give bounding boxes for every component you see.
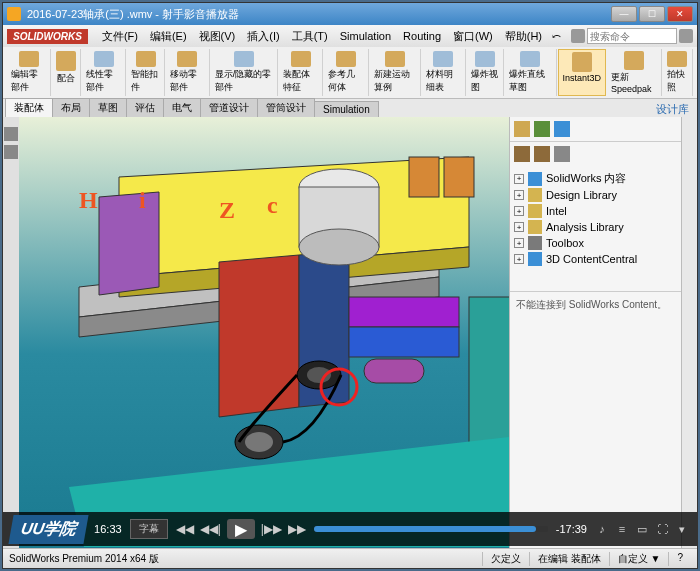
- ribbon-icon-4: [177, 51, 197, 67]
- ribbon-0[interactable]: 编辑零部件: [7, 49, 51, 96]
- fullscreen-icon[interactable]: ⛶: [655, 522, 669, 536]
- feature-tab-0[interactable]: 装配体: [5, 98, 53, 117]
- prev-track-button[interactable]: ◀◀: [176, 522, 194, 536]
- ribbon-11[interactable]: 爆炸直线草图: [505, 49, 556, 96]
- tree-expand-icon[interactable]: +: [514, 206, 524, 216]
- feature-tab-6[interactable]: 管筒设计: [257, 98, 315, 117]
- folder-icon: [528, 220, 542, 234]
- tree-item-2[interactable]: +Intel: [514, 203, 677, 219]
- menu-item-2[interactable]: 视图(V): [193, 30, 242, 42]
- more-icon[interactable]: ▾: [675, 522, 689, 536]
- status-item-1[interactable]: 在编辑 装配体: [529, 552, 609, 566]
- tree-item-label: Toolbox: [546, 237, 584, 249]
- feature-tab-5[interactable]: 管道设计: [200, 98, 258, 117]
- ribbon-icon-8: [385, 51, 405, 67]
- ribbon-label-4: 移动零部件: [170, 68, 205, 94]
- ribbon-5[interactable]: 显示/隐藏的零部件: [211, 49, 278, 96]
- ribbon-14[interactable]: 拍快照: [663, 49, 693, 96]
- app-icon: [7, 7, 21, 21]
- library-tab-icon-3[interactable]: [554, 121, 570, 137]
- ribbon-label-10: 爆炸视图: [471, 68, 499, 94]
- close-button[interactable]: ✕: [667, 6, 693, 22]
- 3d-viewport[interactable]: H i Z c: [19, 117, 509, 548]
- ribbon-10[interactable]: 爆炸视图: [467, 49, 504, 96]
- playlist-icon[interactable]: ≡: [615, 522, 629, 536]
- ribbon-6[interactable]: 装配体特征: [279, 49, 323, 96]
- ribbon-12[interactable]: Instant3D: [558, 49, 607, 96]
- tree-item-label: Analysis Library: [546, 221, 624, 233]
- ribbon-label-14: 拍快照: [667, 68, 688, 94]
- ribbon-label-1: 配合: [57, 72, 75, 85]
- menu-item-6[interactable]: Routing: [397, 30, 447, 42]
- side-tool-1[interactable]: [4, 127, 18, 141]
- tree-expand-icon[interactable]: +: [514, 174, 524, 184]
- ribbon-icon-5: [234, 51, 254, 67]
- library-tab-icon-2[interactable]: [534, 121, 550, 137]
- ribbon-4[interactable]: 移动零部件: [166, 49, 210, 96]
- library-tool-icon-3[interactable]: [554, 146, 570, 162]
- menu-item-1[interactable]: 编辑(E): [144, 30, 193, 42]
- right-tab-strip[interactable]: [681, 117, 697, 548]
- menu-item-0[interactable]: 文件(F): [96, 30, 144, 42]
- menu-item-7[interactable]: 窗口(W): [447, 30, 499, 42]
- library-tool-icon-1[interactable]: [514, 146, 530, 162]
- status-item-0[interactable]: 欠定义: [482, 552, 529, 566]
- tree-expand-icon[interactable]: +: [514, 222, 524, 232]
- tree-expand-icon[interactable]: +: [514, 254, 524, 264]
- playback-progress-bar[interactable]: [314, 526, 548, 532]
- menu-item-5[interactable]: Simulation: [334, 30, 397, 42]
- ribbon-icon-9: [433, 51, 453, 67]
- globe-icon: [528, 172, 542, 186]
- svg-rect-13: [409, 157, 439, 197]
- ribbon-2[interactable]: 线性零部件: [82, 49, 126, 96]
- ribbon-9[interactable]: 材料明细表: [422, 49, 466, 96]
- ribbon-3[interactable]: 智能扣件: [127, 49, 164, 96]
- subtitle-button[interactable]: 字幕: [130, 519, 168, 539]
- tree-expand-icon[interactable]: +: [514, 190, 524, 200]
- maximize-button[interactable]: ☐: [639, 6, 665, 22]
- side-tool-2[interactable]: [4, 145, 18, 159]
- next-track-button[interactable]: ▶▶: [288, 522, 306, 536]
- home-icon[interactable]: [571, 29, 585, 43]
- feature-tab-4[interactable]: 电气: [163, 98, 201, 117]
- status-bar: SolidWorks Premium 2014 x64 版 欠定义在编辑 装配体…: [3, 548, 697, 568]
- menu-item-4[interactable]: 工具(T): [286, 30, 334, 42]
- menu-item-8[interactable]: 帮助(H): [499, 30, 548, 42]
- library-tab-icon-1[interactable]: [514, 121, 530, 137]
- tree-item-5[interactable]: +3D ContentCentral: [514, 251, 677, 267]
- rewind-button[interactable]: ◀◀|: [200, 522, 221, 536]
- tree-expand-icon[interactable]: +: [514, 238, 524, 248]
- progress-fill: [314, 526, 536, 532]
- folder-icon: [528, 188, 542, 202]
- tree-item-3[interactable]: +Analysis Library: [514, 219, 677, 235]
- feature-tab-1[interactable]: 布局: [52, 98, 90, 117]
- status-item-3[interactable]: ?: [668, 552, 691, 566]
- window-titlebar: 2016-07-23轴承(三) .wmv - 射手影音播放器 — ☐ ✕: [3, 3, 697, 25]
- feature-tab-7[interactable]: Simulation: [314, 101, 379, 117]
- ribbon-13[interactable]: 更新Speedpak: [607, 49, 662, 96]
- command-search-input[interactable]: [587, 28, 677, 44]
- ribbon-icon-11: [520, 51, 540, 67]
- ribbon-7[interactable]: 参考几何体: [324, 49, 368, 96]
- ribbon-8[interactable]: 新建运动算例: [370, 49, 421, 96]
- feature-tab-2[interactable]: 草图: [89, 98, 127, 117]
- forward-button[interactable]: |▶▶: [261, 522, 282, 536]
- volume-icon[interactable]: ♪: [595, 522, 609, 536]
- svg-marker-5: [219, 255, 299, 417]
- library-tool-icon-2[interactable]: [534, 146, 550, 162]
- play-pause-button[interactable]: ▶: [227, 519, 255, 539]
- help-icon[interactable]: [679, 29, 693, 43]
- ribbon-icon-6: [291, 51, 311, 67]
- tree-item-1[interactable]: +Design Library: [514, 187, 677, 203]
- screenshot-icon[interactable]: ▭: [635, 522, 649, 536]
- tree-item-4[interactable]: +Toolbox: [514, 235, 677, 251]
- ribbon-1[interactable]: 配合: [52, 49, 81, 96]
- menu-item-3[interactable]: 插入(I): [241, 30, 285, 42]
- tree-item-0[interactable]: +SolidWorks 内容: [514, 170, 677, 187]
- feature-tab-3[interactable]: 评估: [126, 98, 164, 117]
- status-item-2[interactable]: 自定义 ▼: [609, 552, 669, 566]
- design-library-panel: +SolidWorks 内容+Design Library+Intel+Anal…: [509, 117, 681, 548]
- undo-icon[interactable]: ⤺: [548, 30, 565, 43]
- minimize-button[interactable]: —: [611, 6, 637, 22]
- playback-time-elapsed: 16:33: [94, 523, 122, 535]
